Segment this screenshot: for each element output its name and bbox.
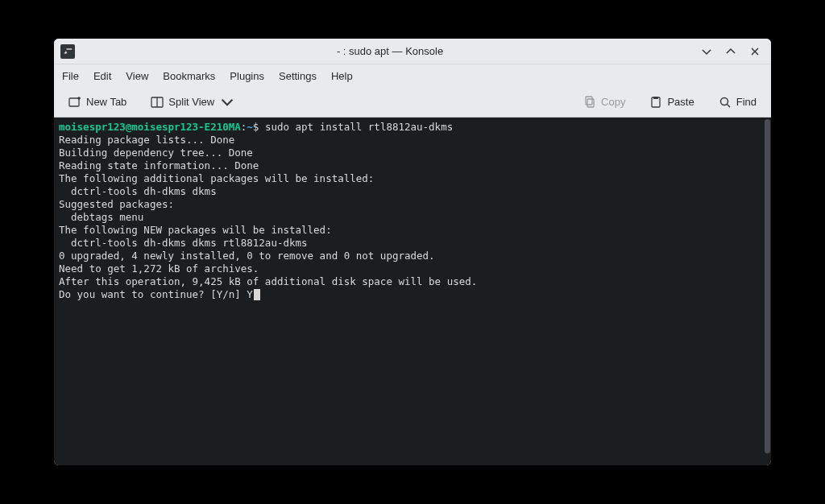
paste-button[interactable]: Paste [643, 93, 700, 112]
new-tab-icon [68, 96, 81, 109]
output-line: Reading package lists... Done [59, 134, 234, 146]
chevron-down-icon [221, 96, 234, 109]
svg-rect-4 [586, 97, 592, 105]
copy-icon [583, 96, 596, 109]
window-controls [700, 45, 765, 58]
output-line: dctrl-tools dh-dkms dkms rtl8812au-dkms [59, 237, 308, 249]
output-line: The following NEW packages will be insta… [59, 224, 332, 236]
user-input: Y [247, 288, 253, 300]
output-line: After this operation, 9,425 kB of additi… [59, 275, 477, 287]
prompt-user: moisespr123@moisespr123-E210MA [59, 121, 241, 133]
split-view-icon [151, 96, 164, 109]
cursor [254, 289, 260, 300]
menu-file[interactable]: File [62, 70, 79, 82]
svg-line-9 [727, 104, 730, 107]
output-line: Reading state information... Done [59, 159, 259, 171]
command: sudo apt install rtl8812au-dkms [259, 121, 453, 133]
paste-label: Paste [667, 96, 694, 108]
output-line: Suggested packages: [59, 198, 174, 210]
svg-rect-7 [653, 97, 658, 99]
copy-label: Copy [601, 96, 625, 108]
new-tab-label: New Tab [86, 96, 126, 108]
paste-icon [649, 96, 662, 109]
output-line: dctrl-tools dh-dkms dkms [59, 185, 217, 197]
find-label: Find [736, 96, 757, 108]
menu-edit[interactable]: Edit [93, 70, 111, 82]
new-tab-button[interactable]: New Tab [62, 93, 133, 112]
window-title: - : sudo apt — Konsole [80, 45, 700, 57]
prompt-continue: Do you want to continue? [Y/n] [59, 288, 247, 300]
menu-view[interactable]: View [126, 70, 148, 82]
output-line: 0 upgraded, 4 newly installed, 0 to remo… [59, 250, 435, 262]
menu-plugins[interactable]: Plugins [230, 70, 264, 82]
svg-point-8 [720, 97, 728, 105]
output-line: The following additional packages will b… [59, 172, 374, 184]
output-line: Building dependency tree... Done [59, 147, 253, 159]
menu-settings[interactable]: Settings [279, 70, 317, 82]
titlebar: - : sudo apt — Konsole [54, 39, 771, 64]
terminal[interactable]: moisespr123@moisespr123-E210MA:~$ sudo a… [54, 118, 771, 465]
close-button[interactable] [748, 45, 761, 58]
app-window: - : sudo apt — Konsole File Edit View Bo… [54, 39, 771, 465]
maximize-button[interactable] [724, 45, 737, 58]
split-view-label: Split View [168, 96, 214, 108]
terminal-content: moisespr123@moisespr123-E210MA:~$ sudo a… [54, 118, 771, 304]
search-icon [719, 96, 732, 109]
split-view-button[interactable]: Split View [144, 93, 240, 112]
svg-rect-1 [69, 98, 79, 106]
prompt-path: ~ [247, 121, 253, 133]
svg-rect-5 [587, 99, 594, 107]
svg-rect-0 [67, 48, 73, 50]
menu-bookmarks[interactable]: Bookmarks [163, 70, 215, 82]
output-line: Need to get 1,272 kB of archives. [59, 262, 259, 275]
menubar: File Edit View Bookmarks Plugins Setting… [54, 64, 771, 87]
copy-button[interactable]: Copy [577, 93, 632, 112]
scrollbar[interactable] [765, 119, 770, 453]
menu-help[interactable]: Help [331, 70, 353, 82]
app-icon [60, 44, 75, 59]
find-button[interactable]: Find [712, 93, 763, 112]
output-line: debtags menu [59, 211, 143, 223]
toolbar: New Tab Split View Copy Paste Find [54, 87, 771, 118]
minimize-button[interactable] [700, 45, 713, 58]
